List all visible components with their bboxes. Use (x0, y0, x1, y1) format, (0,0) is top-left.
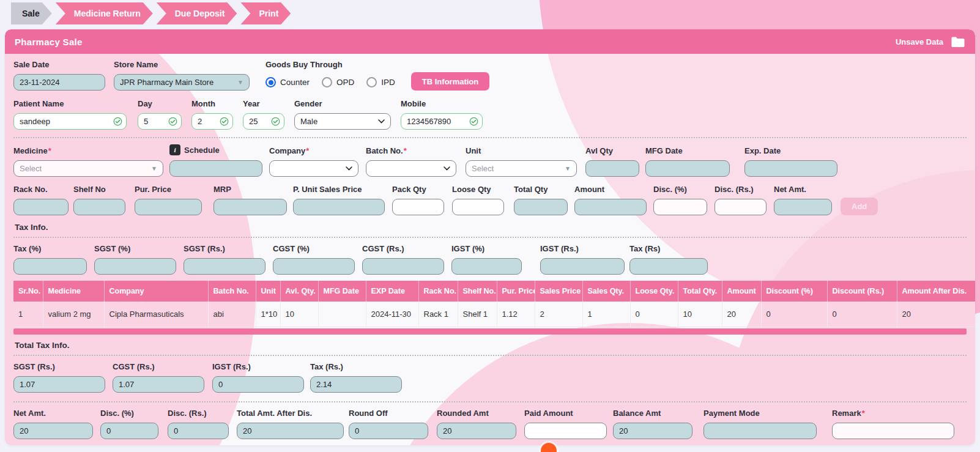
counter-radio-label: Counter (280, 78, 310, 87)
amount-input[interactable] (574, 199, 647, 215)
opd-radio[interactable] (322, 77, 332, 87)
round-off-input[interactable] (349, 423, 428, 439)
cell-discount-pct: 0 (761, 302, 827, 327)
sgst-pct-label: SGST (%) (94, 244, 176, 253)
summary-net-amt-input[interactable] (13, 423, 93, 439)
round-off-label: Round Off (349, 409, 428, 418)
tax-rs-input[interactable] (629, 258, 708, 275)
shelf-no-input[interactable] (73, 199, 125, 215)
p-unit-sales-price-input[interactable] (293, 199, 385, 215)
cgst-pct-input[interactable] (273, 258, 355, 275)
cell-batch: abi (208, 302, 256, 327)
remark-input[interactable] (832, 423, 954, 439)
breadcrumb-bar: Sale Medicine Return Due Deposit Print (0, 0, 980, 28)
medicine-select-row: Medicine* Select ▼ i Schedule Company* (13, 144, 967, 177)
col-rack: Rack No. (418, 281, 458, 302)
divider (13, 237, 967, 238)
store-name-select[interactable]: JPR Pharmacy Main Store ▼ (114, 74, 250, 91)
tax-info-row: Tax (%) SGST (%) SGST (Rs.) CGST (%) CGS… (13, 244, 967, 275)
total-igst-input[interactable] (212, 376, 304, 393)
sgst-rs-input[interactable] (184, 258, 265, 275)
gender-select[interactable]: Male (294, 113, 391, 130)
table-horizontal-scrollbar[interactable] (13, 328, 967, 335)
medicine-select[interactable]: Select ▼ (13, 160, 163, 177)
unsave-data-button[interactable]: Unsave Data (896, 37, 943, 46)
igst-pct-label: IGST (%) (451, 244, 522, 253)
check-circle-icon (271, 117, 280, 126)
radio-option-counter[interactable]: Counter (265, 77, 310, 87)
total-tax-rs-input[interactable] (310, 376, 402, 393)
store-name-value: JPR Pharmacy Main Store (120, 78, 213, 87)
schedule-input[interactable] (169, 160, 262, 177)
mfg-date-input[interactable] (645, 160, 730, 177)
balance-amt-input[interactable] (613, 423, 692, 439)
rack-no-input[interactable] (13, 199, 69, 215)
cell-company: Cipla Pharmasuticals (104, 302, 208, 327)
mrp-input[interactable] (213, 199, 287, 215)
tb-information-button[interactable]: TB Information (411, 72, 489, 91)
igst-pct-input[interactable] (451, 258, 522, 275)
paid-amount-input[interactable] (524, 423, 607, 439)
radio-option-opd[interactable]: OPD (322, 77, 354, 87)
sgst-pct-input[interactable] (94, 258, 176, 275)
store-name-label: Store Name (114, 60, 250, 69)
add-button[interactable]: Add (841, 198, 878, 215)
chevron-down-icon (346, 166, 352, 171)
cell-unit: 1*10 (256, 302, 280, 327)
breadcrumb: Sale Medicine Return Due Deposit Print (11, 2, 291, 24)
cell-amount-after-dis: 20 (897, 302, 975, 327)
cell-shelf: Shelf 1 (458, 302, 497, 327)
pack-qty-input[interactable] (392, 199, 444, 215)
table-row: 1 valium 2 mg Cipla Pharmasuticals abi 1… (13, 302, 975, 327)
igst-rs-input[interactable] (540, 258, 625, 275)
batch-no-select[interactable] (366, 160, 456, 177)
cell-sales-qty: 1 (582, 302, 630, 327)
disc-rs-input[interactable] (715, 199, 767, 215)
tax-info-heading: Tax Info. (15, 223, 967, 232)
summary-disc-rs-input[interactable] (168, 423, 229, 439)
loose-qty-input[interactable] (452, 199, 504, 215)
payment-mode-input[interactable] (703, 423, 817, 439)
total-after-dis-input[interactable] (237, 423, 344, 439)
net-amt-input[interactable] (774, 199, 832, 215)
breadcrumb-print[interactable]: Print (240, 2, 291, 24)
amount-label: Amount (574, 185, 647, 194)
cgst-rs-input[interactable] (362, 258, 444, 275)
year-label: Year (243, 99, 284, 108)
breadcrumb-sale[interactable]: Sale (11, 2, 52, 24)
radio-option-ipd[interactable]: IPD (366, 77, 395, 87)
counter-radio[interactable] (265, 77, 276, 87)
unit-select[interactable]: Select ▼ (466, 160, 577, 177)
sale-info-row: Sale Date Store Name JPR Pharmacy Main S… (13, 60, 967, 91)
rounded-amt-input[interactable] (437, 423, 516, 439)
sale-date-input[interactable] (13, 74, 105, 91)
summary-disc-pct-label: Disc. (%) (100, 409, 158, 418)
items-table: Sr.No. Medicine Company Batch No. Unit A… (13, 281, 975, 327)
breadcrumb-medicine-return[interactable]: Medicine Return (56, 2, 153, 24)
breadcrumb-due-deposit[interactable]: Due Deposit (157, 2, 237, 24)
pur-price-input[interactable] (135, 199, 202, 215)
remark-label: Remark* (832, 409, 954, 418)
patient-name-input[interactable] (13, 113, 127, 130)
col-amount-after-dis: Amount After Dis. (897, 281, 975, 302)
total-qty-input[interactable] (514, 199, 568, 215)
summary-disc-pct-input[interactable] (100, 423, 158, 439)
ipd-radio[interactable] (366, 77, 377, 87)
company-select[interactable] (269, 160, 358, 177)
pack-qty-label: Pack Qty (392, 185, 444, 194)
schedule-label: i Schedule (169, 144, 262, 155)
total-cgst-input[interactable] (113, 376, 204, 393)
total-tax-row: SGST (Rs.) CGST (Rs.) IGST (Rs.) Tax (Rs… (13, 362, 967, 393)
info-icon[interactable]: i (169, 144, 180, 155)
patient-name-label: Patient Name (13, 99, 127, 108)
tax-pct-label: Tax (%) (13, 244, 87, 253)
mfg-date-label: MFG Date (645, 146, 730, 155)
exp-date-input[interactable] (744, 160, 837, 177)
disc-pct-input[interactable] (653, 199, 707, 215)
folder-icon[interactable] (951, 36, 965, 48)
avl-qty-label: Avl Qty (585, 146, 639, 155)
total-sgst-input[interactable] (13, 376, 105, 393)
tax-pct-input[interactable] (13, 258, 87, 275)
net-amt-label: Net Amt. (774, 185, 832, 194)
avl-qty-input[interactable] (585, 160, 639, 177)
